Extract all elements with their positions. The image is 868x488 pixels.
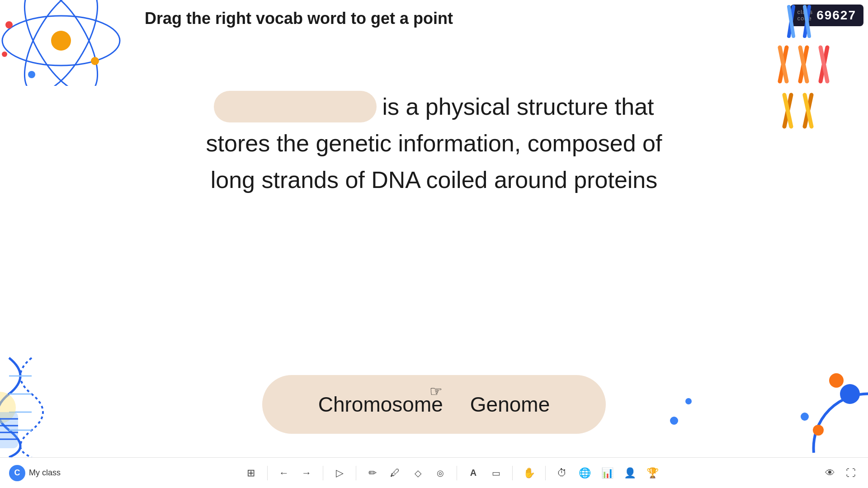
vocab-word-chromosome[interactable]: Chromosome	[318, 392, 443, 417]
trophy-tool[interactable]: 🏆	[644, 465, 660, 481]
svg-point-6	[28, 71, 35, 78]
expand-button[interactable]: ⛶	[843, 465, 859, 481]
timer-tool[interactable]: ⏱	[554, 465, 570, 481]
word-bank: Chromosome Genome	[262, 375, 606, 434]
definition-line2: stores the genetic information, composed…	[185, 127, 683, 160]
eye-button[interactable]: 👁	[822, 465, 838, 481]
back-button[interactable]: ←	[276, 465, 292, 481]
svg-point-34	[813, 425, 824, 436]
toolbar-left: C My class	[9, 465, 81, 481]
instruction-text: Drag the right vocab word to get a point	[145, 9, 453, 28]
toolbar-separator-4	[457, 466, 457, 480]
svg-point-35	[801, 413, 809, 421]
svg-point-32	[840, 384, 860, 404]
circle-decoration	[778, 358, 868, 457]
chromosome-decoration	[778, 0, 868, 131]
dot-accent-2	[685, 398, 692, 404]
person-tool[interactable]: 👤	[622, 465, 638, 481]
svg-point-5	[2, 52, 7, 57]
svg-point-7	[91, 57, 99, 65]
chart-tool[interactable]: 📊	[599, 465, 615, 481]
atom-decoration	[0, 0, 127, 86]
answer-blank[interactable]	[214, 91, 377, 122]
laser-tool[interactable]: ◎	[432, 465, 448, 481]
toolbar-separator-5	[512, 466, 513, 480]
globe-tool[interactable]: 🌐	[576, 465, 593, 481]
my-class-label: My class	[29, 468, 61, 478]
svg-rect-27	[0, 412, 18, 448]
shapes-tool[interactable]: ▭	[488, 465, 504, 481]
vocab-word-genome[interactable]: Genome	[470, 392, 550, 417]
svg-point-33	[829, 373, 844, 388]
grid-tool[interactable]: ⊞	[243, 465, 259, 481]
toolbar-center: ⊞ ← → ▷ ✏ 🖊 ◇ ◎ A ▭ ✋ ⏱ 🌐 📊 👤 🏆	[81, 465, 822, 481]
text-tool[interactable]: A	[465, 465, 481, 481]
my-class-icon: C	[9, 465, 25, 481]
highlighter-tool[interactable]: 🖊	[387, 465, 403, 481]
eraser-tool[interactable]: ◇	[410, 465, 426, 481]
forward-button[interactable]: →	[298, 465, 315, 481]
hand-tool[interactable]: ✋	[521, 465, 537, 481]
play-button[interactable]: ▷	[331, 465, 348, 481]
toolbar-right: 👁 ⛶	[822, 465, 859, 481]
definition-line3: long strands of DNA coiled around protei…	[185, 164, 683, 197]
svg-point-3	[51, 31, 71, 51]
dot-accent-1	[670, 417, 678, 425]
toolbar: C My class ⊞ ← → ▷ ✏ 🖊 ◇ ◎ A ▭ ✋ ⏱ 🌐 📊 👤…	[0, 457, 868, 488]
toolbar-separator-1	[267, 466, 268, 480]
svg-point-4	[5, 21, 13, 28]
toolbar-separator-6	[545, 466, 546, 480]
definition-area: is a physical structure that stores the …	[185, 90, 683, 196]
dna-decoration	[0, 353, 77, 457]
definition-line1: is a physical structure that	[382, 90, 654, 123]
toolbar-separator-3	[356, 466, 356, 480]
toolbar-separator-2	[323, 466, 323, 480]
pen-tool[interactable]: ✏	[364, 465, 381, 481]
my-class-button[interactable]: C My class	[9, 465, 61, 481]
